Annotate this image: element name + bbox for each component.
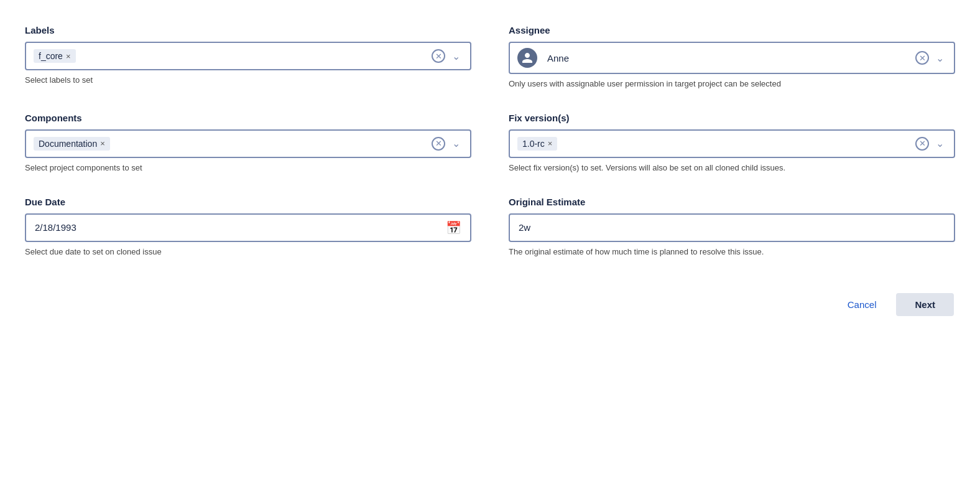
components-section: Components Documentation × ✕ ⌄ Select pr… [25,113,471,174]
assignee-select[interactable]: Anne ✕ ⌄ [509,42,955,74]
labels-select[interactable]: f_core × ✕ ⌄ [25,42,471,70]
components-title: Components [25,113,471,123]
assignee-actions: ✕ ⌄ [915,51,946,65]
fix-versions-tag-remove[interactable]: × [548,139,553,147]
labels-tag-remove[interactable]: × [66,52,71,60]
next-button[interactable]: Next [896,293,954,316]
components-actions: ✕ ⌄ [432,137,463,151]
due-date-input-box[interactable]: 📅 [25,213,471,242]
fix-versions-tags-area: 1.0-rc × [517,137,915,151]
original-estimate-hint: The original estimate of how much time i… [509,246,955,258]
components-clear-icon[interactable]: ✕ [432,137,445,151]
labels-title: Labels [25,25,471,35]
components-tag: Documentation × [34,137,110,151]
components-tags-area: Documentation × [34,137,432,151]
assignee-title: Assignee [509,25,955,35]
fix-versions-select[interactable]: 1.0-rc × ✕ ⌄ [509,129,955,158]
labels-tags-area: f_core × [34,49,432,63]
assignee-avatar [517,48,537,68]
components-tag-remove[interactable]: × [100,139,105,147]
labels-tag: f_core × [34,49,76,63]
fix-versions-tag: 1.0-rc × [517,137,557,151]
original-estimate-section: Original Estimate The original estimate … [509,197,955,258]
assignee-section: Assignee Anne ✕ ⌄ Only users with assign… [509,25,955,90]
assignee-clear-icon[interactable]: ✕ [915,51,929,65]
assignee-hint: Only users with assignable user permissi… [509,78,955,90]
labels-hint: Select labels to set [25,75,471,86]
fix-versions-title: Fix version(s) [509,113,955,123]
calendar-icon[interactable]: 📅 [446,220,461,235]
labels-section: Labels f_core × ✕ ⌄ Select labels to set [25,25,471,90]
assignee-name: Anne [547,53,569,63]
fix-versions-actions: ✕ ⌄ [915,137,946,151]
labels-chevron-icon[interactable]: ⌄ [449,49,463,63]
fix-versions-section: Fix version(s) 1.0-rc × ✕ ⌄ Select fix v… [509,113,955,174]
footer: Cancel Next [25,293,955,316]
due-date-input[interactable] [35,222,446,233]
fix-versions-clear-icon[interactable]: ✕ [915,137,929,151]
labels-actions: ✕ ⌄ [432,49,463,63]
assignee-tags-area: Anne [517,48,915,68]
fix-versions-hint: Select fix version(s) to set. Versions w… [509,162,955,174]
due-date-section: Due Date 📅 Select due date to set on clo… [25,197,471,258]
components-hint: Select project components to set [25,162,471,174]
due-date-hint: Select due date to set on cloned issue [25,246,471,258]
original-estimate-input[interactable] [519,222,945,233]
cancel-button[interactable]: Cancel [840,294,884,315]
original-estimate-input-box[interactable] [509,213,955,242]
fix-versions-chevron-icon[interactable]: ⌄ [933,137,946,151]
original-estimate-title: Original Estimate [509,197,955,207]
due-date-title: Due Date [25,197,471,207]
components-select[interactable]: Documentation × ✕ ⌄ [25,129,471,158]
labels-clear-icon[interactable]: ✕ [432,49,445,63]
components-chevron-icon[interactable]: ⌄ [449,137,463,151]
assignee-chevron-icon[interactable]: ⌄ [933,51,946,65]
